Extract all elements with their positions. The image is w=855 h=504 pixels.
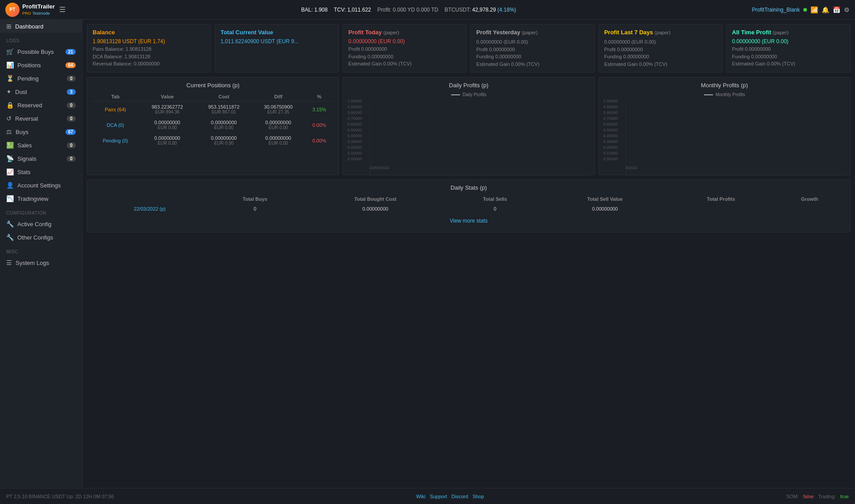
pos-header-pct: % — [305, 92, 334, 102]
middle-row: Current Positions (p) Tab Value Cost Dif… — [87, 77, 851, 175]
hamburger-icon[interactable]: ☰ — [59, 5, 65, 14]
dust-icon: ✦ — [6, 88, 12, 95]
profit-7days-title: Profit Last 7 Days (paper) — [604, 29, 717, 36]
btc-pct: (4.18%) — [497, 7, 516, 13]
topbar-icons: 📶 🔔 📅 ⚙ — [810, 6, 850, 13]
profit-today-title: Profit Today (paper) — [348, 29, 461, 36]
balance-card-title: Balance — [93, 29, 205, 36]
sidebar-item-reversal[interactable]: ↺ Reversal 0 — [0, 112, 82, 125]
reserved-badge: 0 — [67, 102, 76, 108]
monthly-profits-chart-panel: Monthly Profits (p) Monthly Profits 1.00… — [598, 77, 851, 175]
profit-yesterday-val: 0.00000000 (EUR 0.00) — [476, 38, 589, 46]
sidebar-item-active-config[interactable]: 🔧 Active Config — [0, 217, 82, 231]
active-config-label: Active Config — [17, 221, 76, 228]
logo-sub: PRO — [22, 11, 31, 16]
pending-badge: 0 — [67, 76, 76, 81]
ds-row-growth — [774, 203, 846, 214]
sidebar-item-sales[interactable]: 💹 Sales 0 — [0, 138, 82, 152]
profit-yd: 0.000 YD — [393, 7, 415, 13]
daily-stats-title: Daily Stats (p) — [92, 184, 846, 191]
profit-label: Profit: — [377, 7, 391, 13]
sidebar-item-tradingview[interactable]: 📉 Tradingview — [0, 192, 82, 205]
daily-profits-legend: Daily Profits — [347, 92, 590, 97]
logo-icon: PT — [5, 3, 20, 17]
sales-badge: 0 — [67, 142, 76, 148]
monthly-profits-y-labels: 1.00000 0.90000 0.80000 0.70000 0.60000 … — [603, 99, 618, 161]
ds-header-total-buys: Total Buys — [208, 195, 302, 203]
sidebar-item-reserved[interactable]: 🔒 Reserved 0 — [0, 98, 82, 112]
tradingview-label: Tradingview — [17, 195, 76, 202]
daily-profits-x-label: 22/03/2022 — [370, 166, 590, 170]
reserved-icon: 🔒 — [6, 102, 14, 109]
pos-header-tab: Tab — [92, 92, 139, 102]
tcv-val: 1,011.622 — [347, 7, 371, 13]
alltime-funding: Funding 0.00000000 — [732, 53, 845, 61]
topbar-right: ProfitTraining_Blank 📶 🔔 📅 ⚙ — [752, 6, 850, 13]
sidebar-item-other-configs[interactable]: 🔧 Other Configs — [0, 231, 82, 244]
profit-today-gain: Estimated Gain 0.00% (TCV) — [348, 60, 461, 68]
balance-card-val: 1.90813128 USDT (EUR 1.74) — [93, 38, 205, 45]
footer-discord-link[interactable]: Discord — [452, 494, 468, 499]
ds-header-bought-cost: Total Bought Cost — [302, 195, 449, 203]
daily-profits-chart-panel: Daily Profits (p) Daily Profits 1.00000 … — [342, 77, 594, 175]
ds-row-total-buys: 0 — [208, 203, 302, 214]
ds-header-total-profits: Total Profits — [668, 195, 774, 203]
sidebar-item-possible-buys[interactable]: 🛒 Possible Buys 21 — [0, 45, 82, 58]
pos-row1-label: Pairs (64) — [92, 102, 139, 118]
signals-badge: 0 — [67, 156, 76, 162]
possible-buys-icon: 🛒 — [6, 48, 14, 55]
gear-icon[interactable]: ⚙ — [844, 6, 850, 13]
sidebar-item-positions[interactable]: 📊 Positions 64 — [0, 58, 82, 72]
signal-icon[interactable]: 📶 — [810, 6, 818, 13]
pos-row3-cost: 0.00000000 EUR 0.00 — [195, 133, 252, 148]
calendar-icon[interactable]: 📅 — [833, 6, 840, 13]
profit-display: Profit: 0.000 YD 0.000 TD — [377, 7, 438, 13]
buys-icon: ⚖ — [6, 128, 12, 135]
alltime-profit: Profit 0.00000000 — [732, 45, 845, 53]
dashboard-icon: ⊞ — [6, 23, 12, 30]
sidebar-item-pending[interactable]: ⏳ Pending 0 — [0, 72, 82, 85]
tcv-display: TCV: 1,011.622 — [334, 7, 371, 13]
sidebar-item-signals[interactable]: 📡 Signals 0 — [0, 152, 82, 165]
dust-label: Dust — [15, 89, 63, 95]
sidebar-item-buys[interactable]: ⚖ Buys 67 — [0, 125, 82, 138]
status-dot-icon — [803, 8, 807, 12]
positions-panel: Current Positions (p) Tab Value Cost Dif… — [87, 77, 339, 175]
pos-row2-value: 0.00000000 EUR 0.00 — [139, 117, 195, 133]
footer-wiki-link[interactable]: Wiki — [416, 494, 426, 499]
positions-badge: 64 — [65, 62, 76, 68]
footer-uptime: Up: 2D 12H 0M 07:56 — [66, 494, 114, 499]
profit-7days-card: Profit Last 7 Days (paper) 0.00000000 (E… — [598, 24, 723, 73]
footer-trading-label: Trading: — [818, 494, 836, 499]
sidebar-item-stats[interactable]: 📈 Stats — [0, 165, 82, 179]
stats-cards-row: Balance 1.90813128 USDT (EUR 1.74) Pairs… — [87, 24, 851, 73]
possible-buys-badge: 21 — [65, 49, 76, 55]
daily-profits-legend-label: Daily Profits — [463, 92, 486, 97]
other-configs-icon: 🔧 — [6, 234, 14, 241]
sidebar-item-account-settings[interactable]: 👤 Account Settings — [0, 179, 82, 192]
monthly-profits-legend: Monthly Profits — [603, 92, 846, 97]
alltime-title: All Time Profit (paper) — [732, 29, 845, 36]
dashboard-label: Dashboard — [15, 23, 76, 30]
alltime-card: All Time Profit (paper) 0.00000000 (EUR … — [726, 24, 851, 73]
sidebar-item-system-logs[interactable]: ☰ System Logs — [0, 256, 82, 269]
positions-label: Positions — [17, 62, 62, 69]
account-settings-icon: 👤 — [6, 182, 14, 189]
sidebar-item-dust[interactable]: ✦ Dust 3 — [0, 85, 82, 98]
ds-row-date: 22/03/2022 (p) — [92, 203, 208, 214]
sidebar-item-dashboard[interactable]: ⊞ Dashboard — [0, 20, 82, 33]
bell-icon[interactable]: 🔔 — [822, 6, 829, 13]
logo-text: ProfitTrailer PRO Testmode — [22, 3, 55, 16]
footer-info: PT 2.5.10 BINANCE USDT Up: 2D 12H 0M 07:… — [6, 494, 114, 499]
alltime-val: 0.00000000 (EUR 0.00) — [732, 38, 845, 45]
footer-support-link[interactable]: Support — [430, 494, 447, 499]
ds-row-sell-value: 0.00000000 — [542, 203, 668, 214]
pos-row1-pct: 3.15% — [305, 102, 334, 118]
pos-header-cost: Cost — [195, 92, 252, 102]
pos-row1-cost: 953.15611872 EUR 867.01 — [195, 102, 252, 118]
btc-display: BTCUSDT: 42,978.29 (4.18%) — [444, 7, 516, 13]
pos-header-value: Value — [139, 92, 195, 102]
reversal-badge: 0 — [67, 116, 76, 122]
view-more-stats-link[interactable]: View more stats — [92, 214, 846, 228]
footer-shop-link[interactable]: Shop — [472, 494, 484, 499]
